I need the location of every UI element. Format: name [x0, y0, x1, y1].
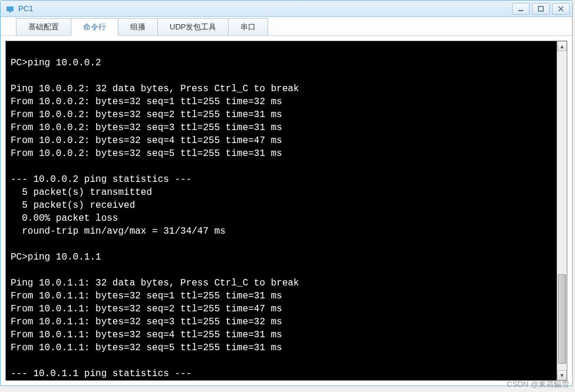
- tab-bar: 基础配置命令行组播UDP发包工具串口: [1, 17, 572, 36]
- tab-0[interactable]: 基础配置: [16, 18, 71, 35]
- svg-rect-0: [6, 6, 14, 11]
- maximize-button[interactable]: [532, 3, 550, 15]
- tab-2[interactable]: 组播: [118, 18, 158, 35]
- tab-1[interactable]: 命令行: [71, 18, 118, 36]
- close-button[interactable]: [552, 3, 570, 15]
- scroll-down-button[interactable]: ▼: [557, 370, 567, 380]
- scroll-up-button[interactable]: ▲: [557, 41, 567, 51]
- titlebar[interactable]: PC1: [1, 1, 572, 17]
- vertical-scrollbar[interactable]: ▲ ▼: [557, 41, 567, 380]
- scroll-track[interactable]: [557, 51, 567, 370]
- terminal-output[interactable]: PC>ping 10.0.0.2 Ping 10.0.0.2: 32 data …: [6, 41, 557, 380]
- window-controls: [512, 3, 570, 15]
- app-icon: [5, 4, 15, 14]
- svg-rect-3: [538, 6, 543, 11]
- terminal-container: PC>ping 10.0.0.2 Ping 10.0.0.2: 32 data …: [5, 41, 567, 381]
- minimize-button[interactable]: [512, 3, 530, 15]
- app-window: PC1 基础配置命令行组播UDP发包工具串口 PC>ping 10.0.0.2 …: [0, 0, 573, 386]
- content-area: PC>ping 10.0.0.2 Ping 10.0.0.2: 32 data …: [1, 36, 572, 386]
- scroll-thumb[interactable]: [558, 274, 566, 364]
- tab-3[interactable]: UDP发包工具: [157, 18, 229, 35]
- svg-rect-1: [9, 11, 11, 12]
- window-title: PC1: [18, 4, 512, 13]
- tab-4[interactable]: 串口: [228, 18, 268, 35]
